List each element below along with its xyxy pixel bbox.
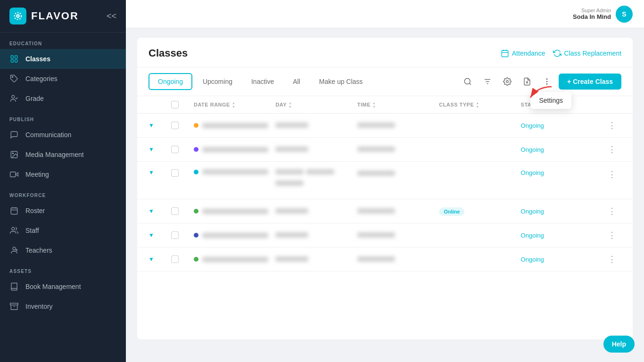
th-checkbox (171, 101, 190, 108)
sidebar-item-teachers[interactable]: Teachers (0, 240, 126, 260)
sort-class-type[interactable]: ▲▼ (476, 101, 479, 108)
svg-rect-3 (15, 56, 17, 58)
table-row: ▼ Ongoing ⋮ (137, 223, 633, 247)
select-all-checkbox[interactable] (171, 101, 179, 108)
sidebar-item-inventory[interactable]: Inventory (0, 296, 126, 316)
sidebar-item-classes[interactable]: Classes (0, 49, 126, 69)
section-workforce: WORKFORCE (0, 184, 126, 201)
row-checkbox-6[interactable] (171, 255, 179, 263)
class-replacement-button[interactable]: Class Replacement (553, 49, 621, 58)
topbar: Super Admin Soda In Mind S (126, 0, 644, 28)
tab-all[interactable]: All (284, 74, 309, 89)
svg-rect-20 (10, 303, 18, 305)
row-day-2 (275, 147, 308, 152)
sort-day[interactable]: ▲▼ (289, 101, 292, 108)
table-row: ▼ Ongoing ⋮ (137, 162, 633, 199)
row-day-3c (275, 181, 304, 186)
tab-inactive[interactable]: Inactive (243, 74, 282, 89)
row-checkbox-1[interactable] (171, 122, 179, 129)
calendar-icon (9, 206, 19, 215)
row-status-4: Ongoing (521, 208, 599, 215)
main-area: Super Admin Soda In Mind S Classes Atten… (126, 0, 644, 362)
svg-line-27 (470, 83, 471, 84)
row-status-5: Ongoing (521, 232, 599, 239)
user-role: Super Admin (573, 8, 611, 13)
row-menu-4[interactable]: ⋮ (603, 206, 621, 216)
class-type-badge-4: Online (439, 207, 464, 216)
section-education: EDUCATION (0, 33, 126, 49)
row-day-3b (306, 169, 334, 174)
row-status-2: Ongoing (521, 146, 599, 153)
row-expand-3[interactable]: ▼ (149, 169, 167, 176)
classes-panel: Classes Attendance Class Replacement Ong… (137, 38, 633, 339)
row-menu-2[interactable]: ⋮ (603, 144, 621, 155)
row-menu-6[interactable]: ⋮ (603, 254, 621, 264)
row-expand-6[interactable]: ▼ (149, 256, 167, 263)
class-replacement-label: Class Replacement (564, 49, 621, 57)
filter-button[interactable] (479, 74, 495, 90)
row-checkbox-2[interactable] (171, 146, 179, 153)
sort-date-range[interactable]: ▲▼ (232, 101, 235, 108)
sidebar-item-staff-label: Staff (25, 227, 39, 234)
tab-makeup[interactable]: Make up Class (311, 74, 372, 89)
sort-time[interactable]: ▲▼ (372, 101, 376, 108)
sidebar-item-roster[interactable]: Roster (0, 201, 126, 221)
sidebar: FLAVOR << EDUCATION Classes Categories G… (0, 0, 126, 362)
create-class-button[interactable]: + Create Class (559, 74, 621, 90)
sidebar-item-book-management[interactable]: Book Management (0, 277, 126, 296)
row-date-range-4 (202, 209, 268, 214)
row-status-6: Ongoing (521, 256, 599, 263)
row-day-6 (275, 256, 308, 262)
tab-upcoming[interactable]: Upcoming (194, 74, 241, 89)
user-check-icon (9, 94, 19, 103)
row-color-dot-4 (194, 209, 198, 214)
th-actions (603, 101, 621, 108)
sidebar-item-categories[interactable]: Categories (0, 69, 126, 89)
sidebar-item-meeting[interactable]: Meeting (0, 165, 126, 184)
svg-point-34 (546, 81, 547, 82)
svg-rect-4 (11, 60, 13, 62)
table-row: ▼ Ongoing ⋮ (137, 247, 633, 272)
help-button[interactable]: Help (603, 336, 635, 353)
row-checkbox-3[interactable] (171, 169, 179, 177)
row-date-range-5 (202, 233, 268, 238)
row-date-range-1 (202, 123, 268, 128)
row-menu-1[interactable]: ⋮ (603, 120, 621, 131)
row-expand-2[interactable]: ▼ (149, 146, 167, 153)
row-class-type-4: Online (439, 207, 517, 216)
app-logo-icon (9, 8, 26, 25)
row-expand-4[interactable]: ▼ (149, 208, 167, 214)
row-menu-3[interactable]: ⋮ (603, 169, 621, 180)
row-date-range-2 (202, 147, 268, 152)
panel-title: Classes (149, 47, 188, 59)
settings-button[interactable] (499, 74, 515, 90)
row-color-dot-1 (194, 123, 198, 128)
sidebar-item-staff[interactable]: Staff (0, 221, 126, 240)
svg-point-6 (12, 76, 13, 77)
row-checkbox-5[interactable] (171, 231, 179, 239)
row-menu-5[interactable]: ⋮ (603, 230, 621, 240)
row-expand-5[interactable]: ▼ (149, 232, 167, 239)
sidebar-item-grade-label: Grade (25, 95, 44, 102)
sidebar-item-meeting-label: Meeting (25, 171, 49, 178)
sidebar-item-media-management[interactable]: Media Management (0, 145, 126, 165)
row-time-5 (357, 232, 395, 238)
svg-point-0 (17, 15, 19, 17)
svg-rect-5 (15, 60, 17, 62)
section-publish: PUBLISH (0, 108, 126, 125)
search-button[interactable] (460, 74, 476, 90)
sidebar-item-grade[interactable]: Grade (0, 89, 126, 108)
sidebar-logo: FLAVOR << (0, 0, 126, 33)
svg-point-31 (506, 81, 509, 83)
row-date-range-3 (202, 169, 268, 174)
attendance-button[interactable]: Attendance (501, 49, 545, 58)
tab-ongoing[interactable]: Ongoing (149, 73, 192, 90)
row-color-dot-5 (194, 233, 198, 238)
svg-point-26 (464, 78, 470, 84)
grid-icon (9, 54, 19, 64)
row-checkbox-4[interactable] (171, 207, 179, 215)
topbar-user: Super Admin Soda In Mind S (573, 6, 633, 23)
sidebar-item-communication[interactable]: Communication (0, 125, 126, 145)
row-expand-1[interactable]: ▼ (149, 122, 167, 129)
sidebar-collapse-button[interactable]: << (107, 11, 116, 21)
